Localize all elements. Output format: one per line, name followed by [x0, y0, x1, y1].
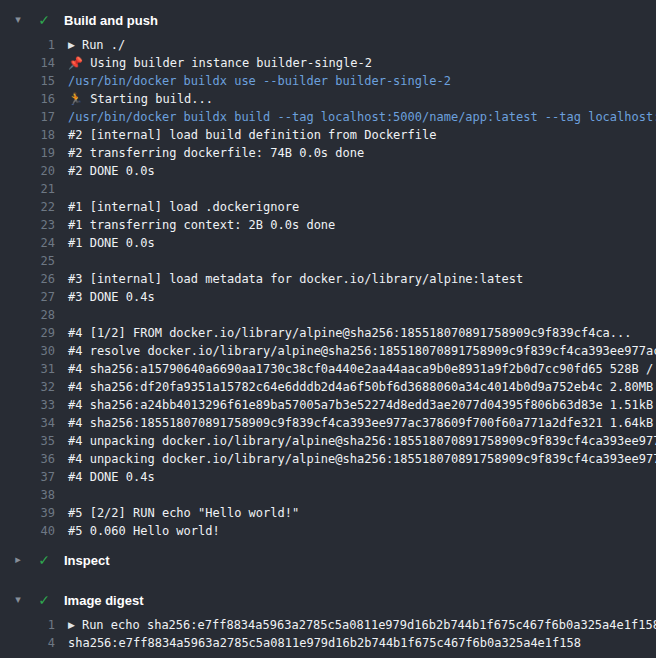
log-line: 18 #2 [internal] load build definition f…	[0, 126, 656, 144]
line-number[interactable]: 14	[0, 54, 68, 72]
line-number[interactable]: 18	[0, 126, 68, 144]
log-line: 25	[0, 252, 656, 270]
log-line: 33 #4 sha256:a24bb4013296f61e89ba57005a7…	[0, 396, 656, 414]
line-text: /usr/bin/docker buildx build --tag local…	[68, 108, 656, 126]
log-section: ▾ ✓ Build and push 1 ▶ Run ./ 14 📌 Using…	[0, 6, 656, 546]
log-line: 26 #3 [internal] load metadata for docke…	[0, 270, 656, 288]
play-icon[interactable]: ▶	[68, 616, 75, 634]
line-number[interactable]: 39	[0, 504, 68, 522]
log-line: 1 ▶ Run echo sha256:e7ff8834a5963a2785c5…	[0, 616, 656, 634]
line-text: #5 [2/2] RUN echo "Hello world!"	[68, 504, 299, 522]
line-number[interactable]: 1	[0, 616, 68, 634]
line-number[interactable]: 21	[0, 180, 68, 198]
line-text: #4 unpacking docker.io/library/alpine@sh…	[68, 432, 656, 450]
line-number[interactable]: 32	[0, 378, 68, 396]
line-number[interactable]: 15	[0, 72, 68, 90]
line-number[interactable]: 20	[0, 162, 68, 180]
line-number[interactable]: 29	[0, 324, 68, 342]
section-chevron-icon[interactable]: ▸	[10, 546, 26, 574]
section-body: 1 ▶ Run ./ 14 📌 Using builder instance b…	[0, 34, 656, 546]
line-number[interactable]: 22	[0, 198, 68, 216]
log-section: ▸ ✓ Inspect	[0, 546, 656, 586]
log-line: 31 #4 sha256:a15790640a6690aa1730c38cf0a…	[0, 360, 656, 378]
line-text: #1 [internal] load .dockerignore	[68, 198, 299, 216]
line-text: #3 DONE 0.4s	[68, 288, 155, 306]
line-number[interactable]: 36	[0, 450, 68, 468]
line-number[interactable]: 40	[0, 522, 68, 540]
log-line: 39 #5 [2/2] RUN echo "Hello world!"	[0, 504, 656, 522]
line-text: 📌 Using builder instance builder-single-…	[68, 54, 372, 72]
log-line: 19 #2 transferring dockerfile: 74B 0.0s …	[0, 144, 656, 162]
success-check-icon: ✓	[36, 6, 52, 34]
line-text: #4 sha256:df20fa9351a15782c64e6dddb2d4a6…	[68, 378, 656, 396]
section-title: Build and push	[64, 13, 158, 28]
section-chevron-icon[interactable]: ▾	[10, 586, 26, 614]
line-number[interactable]: 4	[0, 634, 68, 652]
log-section: ▾ ✓ Image digest 1 ▶ Run echo sha256:e7f…	[0, 586, 656, 658]
success-check-icon: ✓	[36, 546, 52, 574]
line-number[interactable]: 26	[0, 270, 68, 288]
line-number[interactable]: 23	[0, 216, 68, 234]
log-line: 35 #4 unpacking docker.io/library/alpine…	[0, 432, 656, 450]
line-number[interactable]: 28	[0, 306, 68, 324]
line-text: #4 DONE 0.4s	[68, 468, 155, 486]
line-number[interactable]: 1	[0, 36, 68, 54]
line-text: 🏃 Starting build...	[68, 90, 213, 108]
line-number[interactable]: 33	[0, 396, 68, 414]
line-text: #4 sha256:a15790640a6690aa1730c38cf0a440…	[68, 360, 656, 378]
log-line: 24 #1 DONE 0.0s	[0, 234, 656, 252]
line-number[interactable]: 38	[0, 486, 68, 504]
success-check-icon: ✓	[36, 586, 52, 614]
line-number[interactable]: 35	[0, 432, 68, 450]
line-number[interactable]: 17	[0, 108, 68, 126]
play-icon[interactable]: ▶	[68, 36, 75, 54]
line-text: #2 transferring dockerfile: 74B 0.0s don…	[68, 144, 364, 162]
log-line: 22 #1 [internal] load .dockerignore	[0, 198, 656, 216]
line-text: #4 unpacking docker.io/library/alpine@sh…	[68, 450, 656, 468]
log-line: 21	[0, 180, 656, 198]
section-title: Image digest	[64, 593, 143, 608]
line-text: Run echo sha256:e7ff8834a5963a2785c5a081…	[82, 616, 656, 634]
line-text: #4 resolve docker.io/library/alpine@sha2…	[68, 342, 656, 360]
line-text: #3 [internal] load metadata for docker.i…	[68, 270, 523, 288]
line-text: #4 sha256:185518070891758909c9f839cf4ca3…	[68, 414, 656, 432]
log-line: 36 #4 unpacking docker.io/library/alpine…	[0, 450, 656, 468]
log-line: 38	[0, 486, 656, 504]
log-line: 20 #2 DONE 0.0s	[0, 162, 656, 180]
line-text: #5 0.060 Hello world!	[68, 522, 220, 540]
line-number[interactable]: 16	[0, 90, 68, 108]
section-body: 1 ▶ Run echo sha256:e7ff8834a5963a2785c5…	[0, 614, 656, 658]
line-text: #4 [1/2] FROM docker.io/library/alpine@s…	[68, 324, 632, 342]
log-line: 32 #4 sha256:df20fa9351a15782c64e6dddb2d…	[0, 378, 656, 396]
section-chevron-icon[interactable]: ▾	[10, 6, 26, 34]
line-number[interactable]: 19	[0, 144, 68, 162]
line-text: Run ./	[82, 36, 125, 54]
line-number[interactable]: 27	[0, 288, 68, 306]
line-text: #1 transferring context: 2B 0.0s done	[68, 216, 335, 234]
line-number[interactable]: 37	[0, 468, 68, 486]
line-text: #2 [internal] load build definition from…	[68, 126, 436, 144]
line-text: sha256:e7ff8834a5963a2785c5a0811e979d16b…	[68, 634, 581, 652]
section-header[interactable]: ▾ ✓ Build and push	[0, 6, 656, 34]
log-line: 1 ▶ Run ./	[0, 36, 656, 54]
log-line: 29 #4 [1/2] FROM docker.io/library/alpin…	[0, 324, 656, 342]
line-number[interactable]: 30	[0, 342, 68, 360]
log-line: 34 #4 sha256:185518070891758909c9f839cf4…	[0, 414, 656, 432]
section-header[interactable]: ▸ ✓ Inspect	[0, 546, 656, 574]
line-text: #1 DONE 0.0s	[68, 234, 155, 252]
line-number[interactable]: 31	[0, 360, 68, 378]
workflow-log-viewer: ▾ ✓ Build and push 1 ▶ Run ./ 14 📌 Using…	[0, 0, 656, 658]
log-line: 37 #4 DONE 0.4s	[0, 468, 656, 486]
log-line: 27 #3 DONE 0.4s	[0, 288, 656, 306]
section-header[interactable]: ▾ ✓ Image digest	[0, 586, 656, 614]
log-line: 14 📌 Using builder instance builder-sing…	[0, 54, 656, 72]
line-text: /usr/bin/docker buildx use --builder bui…	[68, 72, 451, 90]
log-line: 4 sha256:e7ff8834a5963a2785c5a0811e979d1…	[0, 634, 656, 652]
log-line: 30 #4 resolve docker.io/library/alpine@s…	[0, 342, 656, 360]
section-title: Inspect	[64, 553, 110, 568]
line-number[interactable]: 34	[0, 414, 68, 432]
line-text: #2 DONE 0.0s	[68, 162, 155, 180]
line-number[interactable]: 24	[0, 234, 68, 252]
line-number[interactable]: 25	[0, 252, 68, 270]
log-line: 16 🏃 Starting build...	[0, 90, 656, 108]
